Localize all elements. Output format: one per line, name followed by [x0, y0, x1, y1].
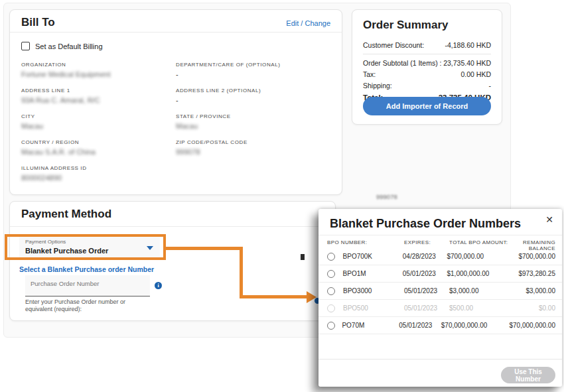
- annotation-arrow-segment: [165, 247, 243, 250]
- bpo-modal: Blanket Purchase Order Numbers ✕ BPO NUM…: [318, 209, 562, 387]
- default-billing-row: Set as Default Billing: [21, 42, 103, 50]
- payment-method-title: Payment Method: [21, 208, 111, 221]
- table-row-disabled: BPO500 05/01/2023 $500.00 $0.00: [318, 300, 562, 317]
- bill-to-title: Bill To: [21, 16, 55, 29]
- order-summary-rows: Customer Discount: -4,188.60 HKD Order S…: [363, 40, 491, 103]
- field-state: STATE / PROVINCE Macau: [176, 113, 330, 139]
- annotation-arrow-head: [307, 291, 317, 303]
- close-icon[interactable]: ✕: [544, 214, 555, 225]
- obscured-content-fragment: [301, 254, 305, 260]
- bill-to-card: Bill To Edit / Change Set as Default Bil…: [9, 9, 342, 195]
- default-billing-label: Set as Default Billing: [35, 42, 103, 50]
- table-row[interactable]: BPO700K 04/28/2023 $700,000.00 $700,000.…: [318, 248, 562, 265]
- table-row[interactable]: BPO3000 05/01/2023 $3,000.00 $3,000.00: [318, 283, 562, 300]
- table-row[interactable]: PO70M 05/01/2023 $70,000,000.00 $70,000,…: [318, 317, 562, 334]
- use-this-number-button[interactable]: Use This Number: [501, 367, 555, 383]
- bpo-radio[interactable]: [327, 253, 335, 261]
- field-department: DEPARTMENT/CARE OF (OPTIONAL) -: [176, 62, 330, 88]
- purchase-order-placeholder: Purchase Order Number: [31, 280, 99, 287]
- divider: [10, 32, 342, 33]
- info-icon[interactable]: i: [155, 282, 162, 289]
- bpo-radio[interactable]: [327, 270, 335, 278]
- highlight-box: [5, 234, 166, 260]
- po-helper-text: Enter your Purchase Order number or equi…: [25, 298, 125, 313]
- bpo-radio-disabled: [327, 304, 335, 312]
- annotation-arrow-segment: [240, 295, 308, 298]
- field-city: CITY Macau: [21, 113, 176, 139]
- field-organization: ORGANIZATION Fortune Medical Equipment: [21, 62, 176, 88]
- bill-to-fields: ORGANIZATION Fortune Medical Equipment D…: [21, 62, 330, 191]
- edit-change-link[interactable]: Edit / Change: [286, 19, 330, 27]
- divider: [318, 359, 562, 359]
- add-importer-button[interactable]: Add Importer of Record: [363, 97, 491, 115]
- bpo-radio[interactable]: [327, 287, 335, 295]
- field-zip: ZIP CODE/POSTAL CODE 999078: [176, 139, 330, 165]
- summary-row-shipping: Shipping: -: [363, 80, 491, 92]
- default-billing-checkbox[interactable]: [21, 42, 30, 50]
- field-address-line-1: ADDRESS LINE 1 93A Rua C. Amaral, R/C: [21, 88, 176, 113]
- field-address-line-2: ADDRESS LINE 2 (OPTIONAL) -: [176, 88, 330, 113]
- annotation-arrow-segment: [240, 247, 243, 298]
- select-bpo-link[interactable]: Select a Blanket Purchase order Number: [19, 265, 154, 273]
- payment-method-card: Payment Method Payment Options Blanket P…: [9, 201, 336, 321]
- checkout-page: Bill To Edit / Change Set as Default Bil…: [0, 0, 564, 392]
- summary-row-subtotal: Order Subtotal (1 Items) : 23,735.40 HKD: [363, 58, 491, 69]
- purchase-order-input[interactable]: Purchase Order Number: [25, 275, 150, 296]
- divider: [318, 235, 562, 235]
- divider: [10, 226, 335, 227]
- field-country: COUNTRY / REGION Macau S.A.R. of China: [21, 139, 176, 165]
- modal-title: Blanket Purchase Order Numbers: [330, 217, 521, 231]
- bpo-table-rows: BPO700K 04/28/2023 $700,000.00 $700,000.…: [318, 248, 562, 334]
- field-illumina-address-id: ILLUMINA ADDRESS ID 8000024890: [21, 165, 176, 191]
- bpo-radio[interactable]: [327, 322, 335, 330]
- obscured-zip-fragment: 999078: [376, 193, 397, 200]
- summary-row-discount: Customer Discount: -4,188.60 HKD: [363, 40, 491, 54]
- table-row[interactable]: BPO1M 05/01/2023 $1,000,000.00 $973,280.…: [318, 265, 562, 283]
- summary-row-tax: Tax: 0.00 HKD: [363, 69, 491, 80]
- order-summary-title: Order Summary: [363, 19, 449, 32]
- order-summary-card: Order Summary Customer Discount: -4,188.…: [352, 9, 502, 125]
